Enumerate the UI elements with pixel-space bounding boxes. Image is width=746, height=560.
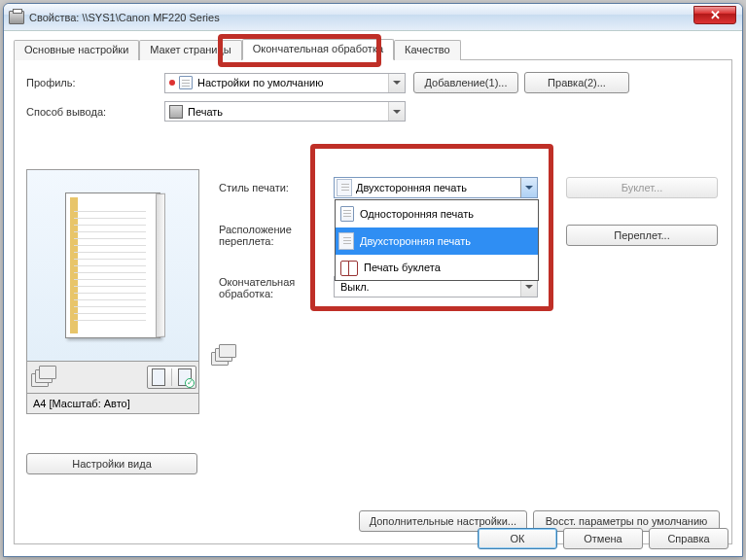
preview-caption: A4 [Масштаб: Авто] xyxy=(26,394,199,414)
duplex-icon xyxy=(340,233,354,249)
content-area: Основные настройки Макет страницы Оконча… xyxy=(4,31,742,552)
add-profile-button[interactable]: Добавление(1)... xyxy=(413,72,518,93)
booklet-icon xyxy=(340,261,358,274)
cancel-button[interactable]: Отмена xyxy=(563,528,643,549)
tab-quality[interactable]: Качество xyxy=(394,40,461,60)
print-style-combo[interactable]: Двухсторонняя печать Односторонняя печат… xyxy=(334,177,538,198)
option-double-sided[interactable]: Двухсторонняя печать xyxy=(336,228,538,255)
output-label: Способ вывода: xyxy=(26,106,164,118)
profile-row: Профиль: Настройки по умолчанию Добавлен… xyxy=(26,72,720,93)
stack-icon xyxy=(31,366,58,389)
binding-label: Расположение переплета: xyxy=(219,224,334,247)
window-title: Свойства: \\SYS1\Canon MF220 Series xyxy=(29,12,220,23)
option-booklet[interactable]: Печать буклета xyxy=(336,255,538,280)
tab-strip: Основные настройки Макет страницы Оконча… xyxy=(14,39,732,60)
chevron-down-icon xyxy=(520,178,537,197)
chevron-down-icon xyxy=(388,102,405,121)
print-style-selected: Двухсторонняя печать xyxy=(356,182,467,193)
view-settings-button[interactable]: Настройки вида xyxy=(26,453,197,474)
output-row: Способ вывода: Печать xyxy=(26,101,720,122)
finishing-value: Выкл. xyxy=(340,281,370,293)
print-style-label: Стиль печати: xyxy=(219,182,334,193)
option-label: Двухсторонняя печать xyxy=(360,235,471,247)
tab-finishing[interactable]: Окончательная обработка xyxy=(242,39,394,60)
finishing-stack-icon xyxy=(209,344,238,368)
landscape-icon: ✓ xyxy=(178,368,192,386)
printer-small-icon xyxy=(169,105,183,119)
printer-icon xyxy=(9,11,24,24)
preview-icon-row: ✓ xyxy=(26,362,199,394)
preview-area: ✓ A4 [Масштаб: Авто] Настройки вида xyxy=(26,169,199,474)
output-value: Печать xyxy=(188,106,388,118)
properties-dialog: Свойства: \\SYS1\Canon MF220 Series ✕ Ос… xyxy=(3,3,743,557)
print-style-dropdown: Односторонняя печать Двухсторонняя печат… xyxy=(335,199,539,281)
profile-combo[interactable]: Настройки по умолчанию xyxy=(164,73,406,93)
close-button[interactable]: ✕ xyxy=(693,6,736,24)
tab-layout[interactable]: Макет страницы xyxy=(139,40,241,60)
preview-page-icon xyxy=(65,192,160,338)
option-single-sided[interactable]: Односторонняя печать xyxy=(336,200,538,228)
dialog-buttons: ОК Отмена Справка xyxy=(478,528,728,549)
option-label: Печать буклета xyxy=(364,262,441,273)
chevron-down-icon xyxy=(388,74,405,92)
option-label: Односторонняя печать xyxy=(360,208,474,220)
tab-panel: Профиль: Настройки по умолчанию Добавлен… xyxy=(14,60,732,544)
tab-basic[interactable]: Основные настройки xyxy=(14,40,139,60)
finishing-controls: Стиль печати: Двухсторонняя печать Однос… xyxy=(219,177,718,325)
help-button[interactable]: Справка xyxy=(649,528,728,549)
binding-button[interactable]: Переплет... xyxy=(566,225,718,246)
duplex-icon xyxy=(338,180,352,195)
orientation-toggle[interactable]: ✓ xyxy=(147,366,196,389)
output-combo[interactable]: Печать xyxy=(164,101,406,122)
profile-label: Профиль: xyxy=(26,77,164,88)
modified-dot-icon xyxy=(169,80,175,86)
ok-button[interactable]: ОК xyxy=(478,528,557,549)
booklet-button: Буклет... xyxy=(566,177,718,198)
portrait-icon xyxy=(152,368,165,386)
single-page-icon xyxy=(340,206,354,222)
edit-profile-button[interactable]: Правка(2)... xyxy=(524,72,629,93)
profile-value: Настройки по умолчанию xyxy=(197,77,388,88)
page-preview xyxy=(26,169,199,362)
titlebar[interactable]: Свойства: \\SYS1\Canon MF220 Series ✕ xyxy=(4,4,742,31)
finishing-label: Окончательная обработка: xyxy=(219,276,334,299)
print-style-row: Стиль печати: Двухсторонняя печать Однос… xyxy=(219,177,718,198)
profile-icon xyxy=(179,76,193,89)
